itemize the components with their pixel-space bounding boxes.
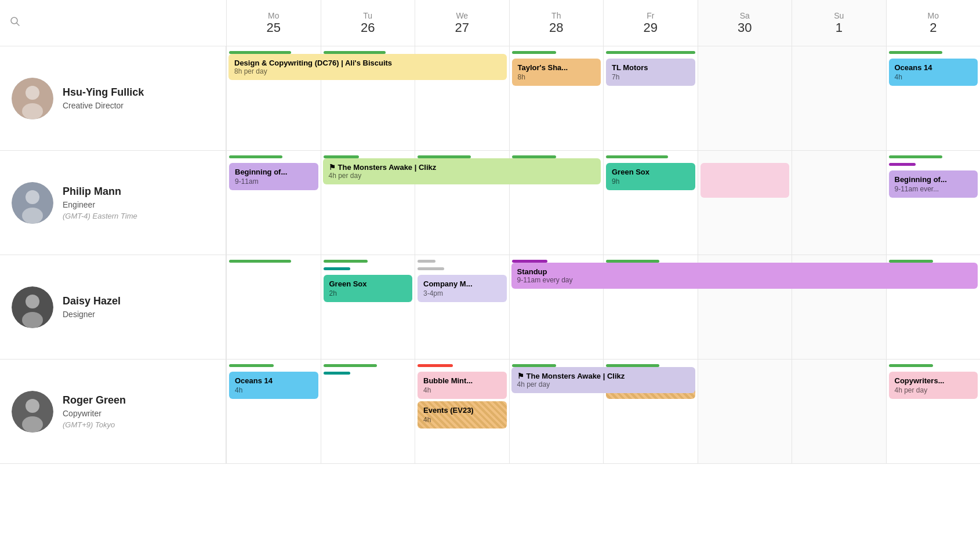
day-name-6: Su	[834, 11, 844, 20]
svg-point-13	[22, 416, 43, 433]
header-day-0: Mo 25	[226, 0, 321, 46]
event-title-hsu-ying-7-0: Oceans 14	[895, 63, 972, 72]
day-col-philip-0: Beginning of...9-11am	[226, 151, 321, 255]
span-event-sub-roger: 4h per day	[517, 380, 689, 388]
person-row-philip: Philip MannEngineer(GMT-4) Eastern TimeB…	[0, 151, 980, 255]
event-sub-hsu-ying-4-0: 7h	[612, 73, 689, 81]
event-title-philip-7-0: Beginning of...	[895, 175, 972, 184]
event-title-daisy-2-0: Company M...	[423, 279, 501, 288]
avatar-hsu-ying	[12, 78, 53, 119]
person-calendar-hsu-ying: Taylor's Sha...8hTL Motors7hOceans 144hD…	[226, 46, 980, 150]
avail-bar-roger-7-0	[889, 364, 934, 367]
span-event-philip[interactable]: ⚑The Monsters Awake | Clikz4h per day	[323, 158, 601, 184]
avail-bar-daisy-2-1	[418, 267, 444, 270]
event-title-daisy-1-0: Green Sox	[329, 279, 407, 288]
avatar-daisy	[12, 286, 53, 328]
event-card-hsu-ying-4-0[interactable]: TL Motors7h	[606, 59, 695, 86]
header-day-1: Tu 26	[321, 0, 415, 46]
event-card-philip-0-0[interactable]: Beginning of...9-11am	[229, 163, 318, 190]
event-sub-philip-7-0: 9-11am ever...	[895, 185, 972, 193]
event-card-roger-2-0[interactable]: Bubble Mint...4h	[418, 372, 507, 399]
person-row-hsu-ying: Hsu-Ying FullickCreative DirectorTaylor'…	[0, 46, 980, 151]
day-col-roger-1	[321, 359, 415, 463]
span-event-hsu-ying[interactable]: Design & Copywriting (DC76) | Ali's Bisc…	[228, 54, 507, 80]
person-name-hsu-ying: Hsu-Ying Fullick	[63, 86, 144, 99]
event-sub-daisy-2-0: 3-4pm	[423, 289, 501, 297]
event-title-roger-2-0: Bubble Mint...	[423, 376, 501, 385]
header-day-4: Fr 29	[603, 0, 698, 46]
day-col-roger-2: Bubble Mint...4hEvents (EV23)4h	[415, 359, 509, 463]
event-title-roger-7-0: Copywriters...	[895, 376, 972, 385]
svg-point-3	[26, 86, 39, 100]
event-card-daisy-2-0[interactable]: Company M...3-4pm	[418, 275, 507, 302]
day-num-6: 1	[836, 20, 843, 35]
span-event-daisy[interactable]: Standup9-11am every day	[511, 263, 978, 289]
event-card-daisy-1-0[interactable]: Green Sox2h	[324, 275, 413, 302]
person-details-hsu-ying: Hsu-Ying FullickCreative Director	[63, 86, 144, 110]
day-col-philip-7: Beginning of...9-11am ever...	[886, 151, 981, 255]
avail-bar-roger-0-0	[229, 364, 274, 367]
day-col-philip-4: Green Sox9h	[603, 151, 698, 255]
event-title-philip-0-0: Beginning of...	[235, 168, 313, 176]
day-col-daisy-1: Green Sox2h	[321, 255, 415, 359]
day-name-7: Mo	[928, 11, 939, 20]
day-num-2: 27	[455, 20, 469, 35]
span-event-sub-philip: 4h per day	[329, 172, 596, 180]
day-name-3: Th	[551, 11, 561, 20]
day-col-daisy-2: Company M...3-4pm	[415, 255, 509, 359]
event-sub-roger-0-0: 4h	[235, 386, 313, 394]
span-event-title-roger: ⚑The Monsters Awake | Clikz	[517, 372, 689, 380]
avail-bar-daisy-1-1	[324, 267, 350, 270]
event-sub-roger-2-1: 4h	[423, 416, 501, 424]
event-sub-philip-0-0: 9-11am	[235, 177, 313, 186]
avail-bar-roger-1-0	[324, 364, 377, 367]
person-row-daisy: Daisy HazelDesignerGreen Sox2hCompany M.…	[0, 255, 980, 359]
day-name-5: Sa	[740, 11, 750, 20]
header-days: Mo 25 Tu 26 We 27 Th 28 Fr 29 Sa 30 Su 1…	[226, 0, 980, 46]
svg-point-12	[26, 399, 39, 413]
svg-line-1	[17, 23, 20, 26]
day-col-hsu-ying-5	[698, 46, 792, 150]
event-card-hsu-ying-7-0[interactable]: Oceans 144h	[889, 59, 978, 86]
header-people-column	[0, 0, 226, 46]
avail-bar-hsu-ying-7-0	[889, 51, 942, 54]
day-name-0: Mo	[268, 11, 279, 20]
person-details-daisy: Daisy HazelDesigner	[63, 295, 121, 319]
person-role-philip: Engineer	[63, 200, 137, 209]
event-title-hsu-ying-4-0: TL Motors	[612, 63, 689, 72]
span-event-roger[interactable]: ⚑The Monsters Awake | Clikz4h per day	[511, 367, 695, 393]
day-col-hsu-ying-4: TL Motors7h	[603, 46, 698, 150]
event-card-philip-4-0[interactable]: Green Sox9h	[606, 163, 695, 190]
event-sub-roger-2-0: 4h	[423, 386, 501, 394]
person-name-roger: Roger Green	[63, 394, 126, 406]
person-role-roger: Copywriter	[63, 409, 126, 418]
event-card-roger-0-0[interactable]: Oceans 144h	[229, 372, 318, 399]
day-num-1: 26	[361, 20, 375, 35]
event-sub-philip-4-0: 9h	[612, 177, 689, 186]
event-card-philip-7-0[interactable]: Beginning of...9-11am ever...	[889, 170, 978, 198]
day-num-0: 25	[267, 20, 281, 35]
svg-point-7	[22, 208, 43, 224]
search-icon[interactable]	[9, 16, 21, 30]
svg-point-9	[26, 295, 39, 308]
span-event-title-daisy: Standup	[517, 267, 972, 276]
day-col-philip-6	[792, 151, 886, 255]
avail-bar-roger-1-1	[324, 372, 350, 375]
event-card-roger-2-1[interactable]: Events (EV23)4h	[418, 401, 507, 428]
day-num-3: 28	[549, 20, 563, 35]
event-card-roger-7-0[interactable]: Copywriters...4h per day	[889, 372, 978, 399]
avail-bar-philip-4-0	[606, 155, 668, 158]
event-sub-hsu-ying-3-0: 8h	[518, 73, 596, 81]
person-calendar-philip: Beginning of...9-11amGreen Sox9hBeginnin…	[226, 151, 980, 255]
person-details-roger: Roger GreenCopywriter(GMT+9) Tokyo	[63, 394, 126, 429]
day-num-4: 29	[644, 20, 658, 35]
event-sub-hsu-ying-7-0: 4h	[895, 73, 972, 81]
event-title-philip-4-0: Green Sox	[612, 168, 689, 176]
avail-bar-roger-2-0	[418, 364, 453, 367]
event-card-hsu-ying-3-0[interactable]: Taylor's Sha...8h	[512, 59, 601, 86]
calendar-wrapper: Mo 25 Tu 26 We 27 Th 28 Fr 29 Sa 30 Su 1…	[0, 0, 980, 552]
day-num-5: 30	[738, 20, 752, 35]
event-placeholder-philip-5-0[interactable]	[700, 163, 790, 198]
person-name-daisy: Daisy Hazel	[63, 295, 121, 307]
svg-point-6	[26, 190, 39, 204]
